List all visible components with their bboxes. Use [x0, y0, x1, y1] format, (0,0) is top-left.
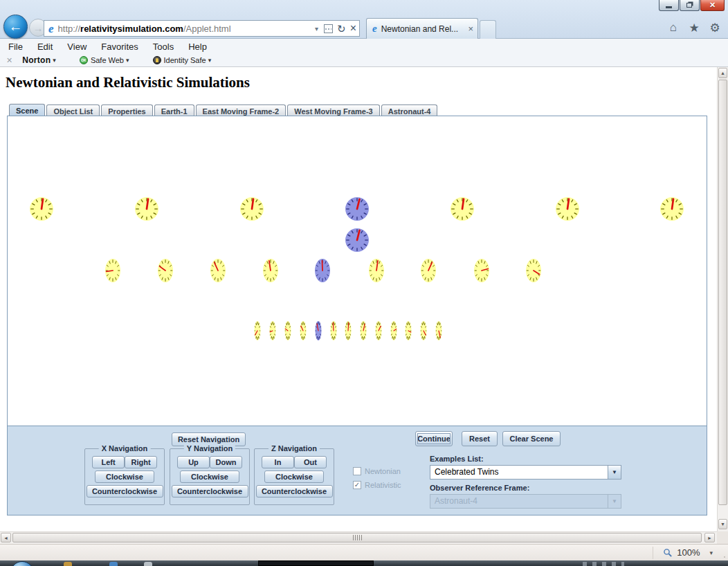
norton-toolbar: ✕ Norton ▾ OK Safe Web ▾ Identity Safe ▾: [0, 54, 728, 67]
scroll-right-icon[interactable]: ►: [704, 533, 715, 542]
z-navigation-group: Z Navigation In Out Clockwise Counterclo…: [254, 448, 334, 505]
magnifier-icon: [663, 548, 673, 558]
chevron-down-icon: ▼: [608, 495, 621, 508]
safe-web-menu[interactable]: OK Safe Web ▾: [80, 56, 129, 64]
x-counterclockwise-button[interactable]: Counterclockwise: [87, 485, 163, 497]
navigation-bar: ← → e http://relativitysimulation.com/Ap…: [0, 17, 728, 39]
simulation-canvas[interactable]: [8, 116, 707, 426]
z-clockwise-button[interactable]: Clockwise: [264, 471, 324, 483]
chevron-down-icon[interactable]: ▾: [709, 549, 713, 556]
y-clockwise-button[interactable]: Clockwise: [180, 471, 239, 483]
x-right-button[interactable]: Right: [125, 456, 157, 468]
home-icon[interactable]: ⌂: [666, 20, 681, 35]
identity-safe-lock-icon: [153, 56, 161, 64]
y-counterclockwise-button[interactable]: Counterclockwise: [172, 485, 248, 497]
chevron-down-icon[interactable]: ▼: [608, 466, 621, 479]
active-taskbar-button[interactable]: [258, 560, 374, 566]
tab-west-moving-frame-3[interactable]: West Moving Frame-3: [287, 104, 380, 116]
menu-file[interactable]: File: [6, 40, 25, 53]
menu-view[interactable]: View: [65, 40, 89, 53]
scroll-up-icon[interactable]: ▲: [718, 68, 727, 78]
z-in-button[interactable]: In: [262, 456, 294, 468]
tab-close-icon[interactable]: ×: [468, 24, 473, 34]
clock: [255, 321, 261, 340]
vertical-scroll-thumb[interactable]: [718, 80, 727, 505]
z-counterclockwise-button[interactable]: Counterclockwise: [256, 485, 333, 497]
z-out-button[interactable]: Out: [294, 456, 327, 468]
x-left-button[interactable]: Left: [92, 456, 125, 468]
menu-edit[interactable]: Edit: [35, 40, 55, 53]
chevron-down-icon: ▾: [208, 57, 212, 64]
start-orb-icon[interactable]: [10, 561, 34, 566]
tab-object-list[interactable]: Object List: [46, 104, 100, 116]
menu-tools[interactable]: Tools: [151, 40, 176, 53]
y-down-button[interactable]: Down: [210, 456, 242, 468]
zoom-control[interactable]: 100% ▾: [653, 547, 713, 559]
page-title: Newtonian and Relativistic Simulations: [6, 74, 250, 91]
horizontal-scroll-thumb[interactable]: [12, 533, 702, 542]
taskbar-icon[interactable]: [144, 562, 152, 566]
scroll-down-icon[interactable]: ▼: [718, 519, 727, 529]
clock: [316, 321, 322, 340]
taskbar-icon[interactable]: [109, 562, 118, 566]
clock: [556, 197, 579, 221]
horizontal-scrollbar[interactable]: ◄ ►: [0, 531, 717, 544]
identity-safe-menu[interactable]: Identity Safe ▾: [153, 56, 212, 64]
tab-favicon: e: [372, 24, 377, 34]
tab-astronaut-4[interactable]: Astronaut-4: [381, 104, 438, 116]
continue-button[interactable]: Continue: [415, 431, 453, 446]
checkbox-icon: ✓: [353, 481, 361, 489]
newtonian-checkbox[interactable]: ✓ Newtonian: [353, 467, 401, 475]
maximize-button[interactable]: [680, 0, 700, 11]
gear-icon[interactable]: ⚙: [707, 20, 722, 35]
taskbar-icon[interactable]: [64, 562, 72, 566]
toolbar-close-icon[interactable]: ✕: [6, 56, 12, 65]
page-content: Newtonian and Relativistic Simulations S…: [0, 67, 717, 531]
vertical-scrollbar[interactable]: ▲ ▼: [717, 67, 728, 531]
refresh-icon[interactable]: ↻: [337, 24, 346, 34]
applet-panel: Reset Navigation X Navigation Left Right…: [7, 116, 707, 515]
tab-properties[interactable]: Properties: [101, 104, 152, 116]
applet-tab-strip: Scene Object List Properties Earth-1 Eas…: [9, 104, 439, 116]
clock: [135, 197, 158, 221]
clock: [240, 197, 264, 221]
clocks-svg: [8, 116, 707, 426]
scroll-left-icon[interactable]: ◄: [1, 533, 11, 542]
clock: [105, 259, 120, 282]
menu-help[interactable]: Help: [186, 40, 209, 53]
tab-scene[interactable]: Scene: [9, 104, 45, 116]
url-text[interactable]: http://relativitysimulation.com/Applet.h…: [58, 24, 311, 34]
favorites-star-icon[interactable]: ★: [686, 20, 702, 35]
browser-tab[interactable]: e Newtonian and Rel... ×: [366, 18, 478, 39]
clock: [436, 321, 442, 340]
tab-earth-1[interactable]: Earth-1: [154, 104, 194, 116]
x-clockwise-button[interactable]: Clockwise: [95, 471, 154, 483]
address-bar[interactable]: e http://relativitysimulation.com/Applet…: [44, 20, 360, 37]
norton-menu[interactable]: Norton ▾: [22, 55, 56, 65]
y-up-button[interactable]: Up: [177, 456, 210, 468]
address-dropdown-icon[interactable]: ▾: [315, 25, 318, 33]
menu-favorites[interactable]: Favorites: [99, 40, 140, 53]
compatibility-view-icon[interactable]: [324, 24, 333, 33]
system-tray[interactable]: [583, 562, 624, 566]
new-tab-button[interactable]: [480, 20, 496, 39]
windows-taskbar[interactable]: [0, 560, 728, 566]
close-button[interactable]: ✕: [700, 0, 725, 11]
minimize-icon: [666, 6, 672, 8]
clock: [660, 197, 684, 221]
examples-list-dropdown[interactable]: Celebrated Twins ▼: [430, 465, 621, 480]
back-button[interactable]: ←: [3, 15, 28, 39]
clear-scene-button[interactable]: Clear Scene: [502, 431, 561, 446]
reset-button[interactable]: Reset: [462, 431, 498, 446]
tab-title: Newtonian and Rel...: [381, 24, 466, 34]
relativistic-checkbox[interactable]: ✓ Relativistic: [353, 481, 401, 489]
clock: [526, 259, 541, 282]
stop-icon[interactable]: ×: [350, 23, 356, 34]
minimize-button[interactable]: [659, 0, 679, 11]
examples-list-label: Examples List:: [430, 455, 484, 463]
clock: [270, 321, 276, 340]
observer-frame-label: Observer Reference Frame:: [430, 484, 529, 492]
chevron-down-icon: ▾: [53, 57, 56, 64]
tab-east-moving-frame-2[interactable]: East Moving Frame-2: [196, 104, 286, 116]
back-icon: ←: [9, 19, 23, 35]
